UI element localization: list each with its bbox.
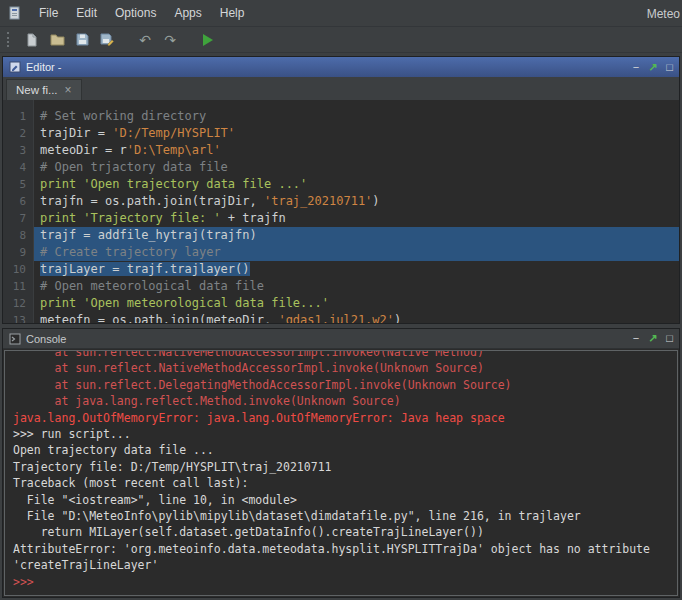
tab-close-icon[interactable]: × [65, 84, 72, 96]
save-as-floppy-icon [100, 33, 114, 46]
code-lines: 1# Set working directory2trajDir = 'D:/T… [3, 108, 679, 323]
toolbar-grip-handle[interactable] [7, 32, 11, 47]
maximize-panel-icon[interactable]: □ [666, 333, 673, 344]
menu-apps[interactable]: Apps [165, 2, 210, 24]
editor-panel-titlebar[interactable]: Editor - − ↗ □ [3, 57, 679, 77]
console-line: >>> [13, 574, 669, 590]
menu-edit[interactable]: Edit [67, 2, 106, 24]
run-script-button[interactable] [197, 29, 219, 51]
menu-bar: File Edit Options Apps Help Meteo [0, 0, 682, 27]
console-line: AttributeError: 'org.meteoinfo.data.mete… [13, 541, 669, 557]
console-line: return MILayer(self.dataset.getDataInfo(… [13, 524, 669, 540]
menu-file[interactable]: File [30, 2, 67, 24]
editor-panel-title: Editor - [26, 61, 61, 73]
main-toolbar: ↶ ↷ [0, 27, 682, 53]
line-number: 8 [3, 227, 34, 244]
line-number: 11 [3, 278, 34, 295]
minimize-panel-icon[interactable]: − [633, 62, 639, 73]
console-panel-title: Console [26, 333, 66, 345]
code-line[interactable]: 1# Set working directory [3, 108, 679, 125]
redo-button[interactable]: ↷ [159, 29, 181, 51]
workspace: Editor - − ↗ □ New fi... × 1# Set workin… [0, 53, 682, 600]
save-as-button[interactable] [96, 29, 118, 51]
line-number: 10 [3, 261, 34, 278]
console-panel: Console − ↗ □ at sun.reflect.NativeMetho… [2, 328, 680, 598]
line-number: 5 [3, 176, 34, 193]
line-number: 2 [3, 125, 34, 142]
code-line[interactable]: 2trajDir = 'D:/Temp/HYSPLIT' [3, 125, 679, 142]
window-title-partial: Meteo [647, 7, 680, 21]
line-number: 1 [3, 108, 34, 125]
editor-panel-controls: − ↗ □ [633, 62, 673, 73]
code-line[interactable]: 9# Create trajectory layer [3, 244, 679, 261]
console-output[interactable]: at sun.reflect.NativeMethodAccessorImpl.… [4, 350, 678, 596]
console-panel-titlebar[interactable]: Console − ↗ □ [3, 329, 679, 349]
code-line[interactable]: 8trajf = addfile_hytraj(trajfn) [3, 227, 679, 244]
console-line: Trajectory file: D:/Temp/HYSPLIT\traj_20… [13, 459, 669, 475]
console-line: File "<iostream>", line 10, in <module> [13, 492, 669, 508]
console-line: File "D:\MeteoInfo\pylib\mipylib\dataset… [13, 508, 669, 524]
console-line: at sun.reflect.NativeMethodAccessorImpl.… [13, 350, 669, 360]
save-button[interactable] [71, 29, 93, 51]
code-editor[interactable]: 1# Set working directory2trajDir = 'D:/T… [3, 100, 679, 323]
console-icon [9, 333, 21, 345]
line-number: 6 [3, 193, 34, 210]
minimize-panel-icon[interactable]: − [633, 333, 639, 344]
open-folder-icon [50, 33, 65, 46]
line-number: 7 [3, 210, 34, 227]
open-file-button[interactable] [46, 29, 68, 51]
code-line[interactable]: 13meteofn = os.path.join(meteoDir, 'gdas… [3, 312, 679, 323]
console-line: Traceback (most recent call last): [13, 475, 669, 491]
console-line: >>> run script... [13, 426, 669, 442]
new-script-button[interactable] [21, 29, 43, 51]
code-line[interactable]: 5print 'Open trajectory data file ...' [3, 176, 679, 193]
maximize-panel-icon[interactable]: □ [666, 62, 673, 73]
console-line: java.lang.OutOfMemoryError: java.lang.Ou… [13, 410, 669, 426]
tab-label: New fi... [16, 84, 58, 96]
undo-button[interactable]: ↶ [134, 29, 156, 51]
code-line[interactable]: 10trajLayer = trajf.trajlayer() [3, 261, 679, 278]
line-number: 3 [3, 142, 34, 159]
float-panel-icon[interactable]: ↗ [648, 62, 657, 73]
code-line[interactable]: 12print 'Open meteorological data file..… [3, 295, 679, 312]
code-line[interactable]: 7print 'Trajectory file: ' + trajfn [3, 210, 679, 227]
line-number: 4 [3, 159, 34, 176]
menu-help[interactable]: Help [211, 2, 254, 24]
float-panel-icon[interactable]: ↗ [648, 333, 657, 344]
run-icon [203, 34, 213, 46]
code-line[interactable]: 3meteoDir = r'D:\Temp\arl' [3, 142, 679, 159]
line-number: 12 [3, 295, 34, 312]
console-line: 'createTrajLineLayer' [13, 557, 669, 573]
editor-panel: Editor - − ↗ □ New fi... × 1# Set workin… [2, 56, 680, 324]
code-line[interactable]: 11# Open meteorological data file [3, 278, 679, 295]
console-panel-controls: − ↗ □ [633, 333, 673, 344]
console-line: Open trajectory data file ... [13, 442, 669, 458]
line-number: 9 [3, 244, 34, 261]
save-floppy-icon [76, 33, 89, 46]
menu-options[interactable]: Options [106, 2, 165, 24]
console-line: at sun.reflect.NativeMethodAccessorImpl.… [13, 360, 669, 376]
tab-new-file[interactable]: New fi... × [6, 79, 82, 100]
editor-icon [9, 61, 21, 73]
new-file-icon [25, 33, 39, 47]
code-line[interactable]: 6trajfn = os.path.join(trajDir, 'traj_20… [3, 193, 679, 210]
meteoinfo-window: File Edit Options Apps Help Meteo ↶ ↷ [0, 0, 682, 600]
code-line[interactable]: 4# Open trjactory data file [3, 159, 679, 176]
console-line: at sun.reflect.DelegatingMethodAccessorI… [13, 377, 669, 393]
console-lines: at sun.reflect.NativeMethodAccessorImpl.… [13, 350, 669, 590]
console-line: at java.lang.reflect.Method.invoke(Unkno… [13, 393, 669, 409]
app-logo-icon [8, 6, 23, 21]
editor-tab-bar: New fi... × [3, 77, 679, 100]
line-number: 13 [3, 312, 34, 323]
